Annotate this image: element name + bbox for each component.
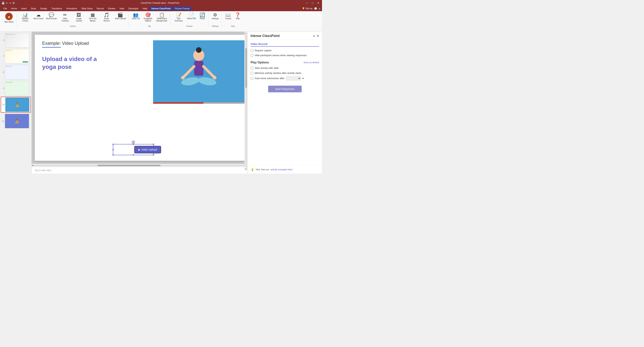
auto-close-select[interactable]: 1 min 5 min 10 min: [286, 76, 301, 80]
scroll-up-button[interactable]: ▲: [245, 32, 248, 35]
slide-item-9[interactable]: 9 Create a word cloud: [1, 81, 31, 96]
view-responses-button[interactable]: View Responses: [268, 86, 302, 92]
tutorial-button[interactable]: 📖 Tutorial: [223, 12, 233, 21]
settings-button[interactable]: ⚙ Settings: [210, 12, 220, 21]
video-upload-label: Video Upload: [115, 18, 126, 20]
start-with-slide-checkbox[interactable]: [250, 67, 253, 69]
handle-top-left[interactable]: [112, 144, 114, 145]
help-section-label: Help: [231, 25, 235, 27]
menu-developer[interactable]: Developer: [126, 7, 140, 11]
ribbon-help-group: 📖 Tutorial ❓ Help Help: [222, 12, 244, 27]
hint-link[interactable]: activity examples here: [270, 168, 292, 171]
reset-button[interactable]: 🔄 Reset: [198, 12, 207, 21]
collapse-ribbon-icon[interactable]: ∧: [319, 7, 320, 10]
class-list-button[interactable]: 👥 Class List: [130, 12, 141, 21]
draggable-objects-button[interactable]: 🎯 Draggable Objects: [141, 12, 155, 23]
h-scroll-thumb[interactable]: [98, 165, 161, 166]
short-answer-icon: 💬: [49, 13, 54, 17]
video-record-section: Video Record Require caption Hide partic…: [250, 43, 319, 58]
handle-bottom-right[interactable]: [153, 154, 154, 156]
scroll-down-button[interactable]: ▼: [245, 168, 248, 171]
window-title: ClassPoint Tutorials deck - PowerPoint: [15, 2, 305, 4]
slide-number-8: 8: [1, 71, 4, 73]
short-answer-button[interactable]: 💬 Short Answer: [45, 12, 58, 21]
notes-placeholder: Tap to add notes: [35, 169, 51, 172]
video-button-label: Video Upload: [142, 148, 157, 151]
video-button-icon: ▶: [138, 148, 140, 151]
share-pdf-button[interactable]: 📄 Share PDF: [186, 12, 197, 21]
restore-button[interactable]: □: [311, 1, 314, 5]
handle-bottom-middle[interactable]: [132, 154, 134, 156]
title-bar: 💾 ↩ ↪ ⚙ ClassPoint Tutorials deck - Powe…: [0, 0, 322, 6]
slide-number-7: 7: [1, 55, 4, 57]
word-cloud-button[interactable]: ☁ Word Cloud: [32, 12, 44, 21]
menu-review[interactable]: Review: [106, 7, 117, 11]
slide-item-6[interactable]: 6 Upload an image of a lesson: [1, 33, 31, 48]
rotate-handle[interactable]: ↺: [132, 141, 135, 144]
horizontal-scrollbar[interactable]: ◀ ▶: [32, 164, 248, 167]
multiple-choice-icon: 📊: [22, 13, 28, 17]
scroll-thumb[interactable]: [245, 48, 247, 88]
auto-close-dropdown-icon: ▾: [302, 77, 304, 80]
vertical-scrollbar[interactable]: ▲ ▼: [244, 32, 248, 171]
menu-transitions[interactable]: Transitions: [50, 7, 64, 11]
slide-item-8[interactable]: 8 Drawing on a slide: [1, 65, 31, 80]
handle-middle-left[interactable]: [112, 149, 114, 150]
slide-item-7[interactable]: 7 Complete the fill in: [1, 49, 31, 64]
fill-blanks-button[interactable]: ▦ Fill in the Blanks: [86, 12, 100, 23]
multiple-choice-button[interactable]: 📊 Multiple Choice: [18, 12, 32, 23]
menu-picture-format[interactable]: Picture Format: [173, 7, 192, 11]
close-button[interactable]: ✕: [316, 1, 320, 5]
menu-home[interactable]: Home: [9, 7, 19, 11]
handle-bottom-left[interactable]: [112, 154, 114, 156]
customize-icon[interactable]: ⚙: [12, 2, 15, 5]
audio-record-button[interactable]: 🎵 Audio Record: [100, 12, 113, 23]
video-upload-button[interactable]: 🎬 Video Upload: [114, 12, 127, 21]
hide-names-checkbox[interactable]: [250, 54, 253, 57]
menu-design[interactable]: Design: [38, 7, 49, 11]
menu-file[interactable]: File: [2, 7, 9, 11]
menu-insert[interactable]: Insert: [19, 7, 28, 11]
minimize-window-checkbox[interactable]: [250, 72, 253, 75]
help-button[interactable]: ❓ Help: [233, 12, 242, 21]
notes-bar[interactable]: Tap to add notes: [32, 167, 248, 174]
hide-names-row: Hide participant names when viewing resp…: [250, 53, 319, 58]
menu-inknoe-classpoint[interactable]: Inknoe ClassPoint: [150, 7, 173, 11]
quiz-summary-button[interactable]: 📝 Quiz Summary: [172, 12, 186, 23]
panel-close-icon[interactable]: ✕: [316, 34, 319, 38]
whiteboard-bg-button[interactable]: 📋 Whiteboard Backgrounds: [155, 12, 168, 23]
slide-item-11[interactable]: 11 🧘: [1, 113, 31, 129]
h-scroll-track: [34, 165, 245, 166]
scroll-left-button[interactable]: ◀: [32, 164, 34, 166]
whiteboard-bg-icon: 📋: [159, 13, 165, 17]
redo-icon[interactable]: ↪: [9, 2, 11, 5]
play-options-title: Play Options: [250, 61, 269, 64]
menu-slideshow[interactable]: Slide Show: [80, 7, 94, 11]
minimize-button[interactable]: ─: [305, 1, 309, 5]
slide-item-10[interactable]: 10 🧘: [1, 97, 31, 113]
menu-help[interactable]: Help: [141, 7, 149, 11]
comment-icon[interactable]: 💬: [314, 7, 317, 10]
image-upload-button[interactable]: 🖼 Image Upload: [72, 12, 86, 23]
slide-thumb-6: Upload an image of a lesson: [5, 33, 29, 47]
user-button[interactable]: 👩 Miss Marie: [3, 12, 15, 24]
tell-me[interactable]: 💡 Tell me: [302, 7, 312, 10]
require-caption-checkbox[interactable]: [250, 49, 253, 52]
handle-top-right[interactable]: [153, 144, 154, 145]
video-upload-slide-button[interactable]: ▶ Video Upload: [134, 146, 161, 153]
slide-drawing-button[interactable]: ✏ Slide Drawing: [58, 12, 72, 23]
save-icon[interactable]: 💾: [2, 2, 5, 5]
require-caption-row: Require caption: [250, 48, 319, 53]
play-options-header: Play Options Save as default: [250, 61, 319, 64]
menu-draw[interactable]: Draw: [29, 7, 38, 11]
menu-record[interactable]: Record: [95, 7, 106, 11]
menu-view[interactable]: View: [118, 7, 126, 11]
save-default-link[interactable]: Save as default: [304, 61, 319, 64]
menu-animations[interactable]: Animations: [64, 7, 79, 11]
undo-icon[interactable]: ↩: [6, 2, 8, 5]
handle-top-middle[interactable]: [132, 144, 134, 145]
panel-collapse-icon[interactable]: ∨: [313, 34, 315, 38]
ribbon-my-group: 👥 Class List 🎯 Draggable Objects 📋 White…: [129, 12, 170, 27]
minimize-window-label: Minimize activity window after activity …: [255, 72, 301, 75]
auto-close-checkbox[interactable]: [250, 77, 253, 80]
